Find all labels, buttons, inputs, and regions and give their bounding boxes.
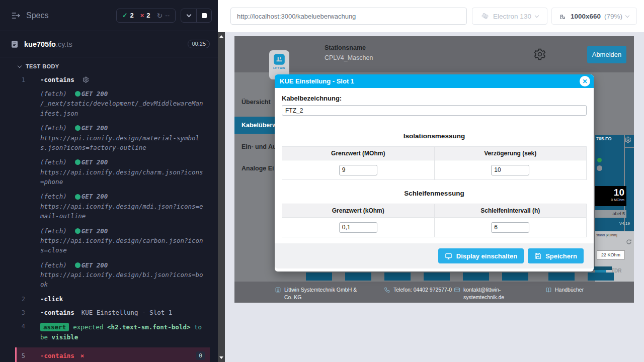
stat-passed: ✓2	[122, 12, 134, 19]
command-contains-3[interactable]: 3 -containsKUE Einstellung - Slot 1	[0, 306, 218, 319]
fetch-label: (fetch)	[40, 89, 67, 99]
card-stub	[424, 273, 450, 281]
test-body-toggle[interactable]: TEST BODY	[0, 57, 218, 73]
manuals-link: Handbücher	[555, 286, 584, 294]
fetch-label: (fetch)	[40, 260, 67, 270]
device-gear-icon[interactable]	[624, 136, 631, 143]
viewport-size: 1000x660	[571, 13, 601, 20]
settings-gear-icon[interactable]	[533, 48, 546, 61]
schleifenmessung-table: Grenzwert (kOhm) Schleifenintervall (h)	[282, 204, 587, 237]
fetch-url: /_next/static/development/_devMiddleware…	[40, 99, 206, 118]
fetch-method: GET 200	[82, 192, 108, 201]
url-input[interactable]	[230, 8, 467, 25]
fetch-url: https://api.iconify.design/carbon.json?i…	[40, 236, 206, 255]
assert-text: visible	[52, 333, 78, 341]
fetch-log-row[interactable]: (fetch)GET 200 https://api.iconify.desig…	[0, 155, 218, 189]
chevron-down-icon	[625, 13, 629, 17]
browser-select[interactable]: Electron 130	[472, 8, 547, 25]
resistance-value: 22 KOhm	[597, 250, 625, 259]
command-number: 1	[0, 76, 25, 83]
app-header	[234, 36, 634, 72]
refresh-icon: ↻	[157, 12, 163, 20]
logout-button[interactable]: Abmelden	[587, 46, 626, 63]
stat-failed: ×2	[140, 12, 150, 19]
station-value: CPLV4_Maschen	[325, 54, 373, 61]
command-value: KUE Einstellung - Slot 1	[82, 309, 173, 316]
fetch-log-row[interactable]: (fetch)GET 200 /_next/static/development…	[0, 86, 218, 121]
footer-manuals[interactable]: Handbücher	[545, 286, 584, 294]
email-icon	[454, 287, 460, 301]
scroll-down-icon[interactable]	[219, 356, 223, 359]
command-contains-failed[interactable]: 5 -contains× 0	[15, 347, 210, 362]
column-header: Grenzwert (kOhm)	[282, 204, 434, 217]
grenzwert-kohm-input[interactable]	[339, 222, 377, 233]
card-stub	[384, 273, 411, 281]
footer-company: Littwin Systemtechnik GmbH & Co. KG	[275, 286, 359, 301]
command-name: -contains	[40, 352, 74, 359]
divider	[625, 147, 634, 148]
fetch-log-row[interactable]: (fetch)GET 200 https://api.iconify.desig…	[0, 258, 218, 292]
command-assert[interactable]: 4 assertexpected <h2.text-sm.font-bold> …	[0, 319, 218, 345]
isolationsmessung-table: Grenzwert (MOhm) Verzögerung (sek)	[282, 146, 587, 180]
stop-button[interactable]	[196, 9, 211, 22]
fetch-log-row[interactable]: (fetch)GET 200 https://api.iconify.desig…	[0, 224, 218, 258]
nav-item-kabelueberwachung[interactable]: Kabelüberw	[234, 117, 276, 134]
verzoegerung-sek-input[interactable]	[491, 165, 529, 175]
scroll-up-icon[interactable]	[219, 35, 223, 38]
fetch-log-row[interactable]: (fetch)GET 200 https://api.iconify.desig…	[0, 121, 218, 155]
card-stub	[588, 273, 614, 281]
specs-menu-icon[interactable]	[11, 11, 21, 21]
command-number: 4	[0, 322, 25, 330]
chevron-down-icon	[186, 12, 191, 17]
column-header: Verzögerung (sek)	[434, 147, 587, 160]
test-stats: ✓2 ×2 ↻--	[116, 9, 176, 23]
spec-duration-badge: 00:25	[188, 40, 210, 48]
command-contains-1[interactable]: 1 -contains	[0, 73, 218, 86]
electron-icon	[481, 12, 489, 20]
modal-footer: Display einschalten Speichern	[275, 243, 594, 268]
chevron-down-icon	[535, 13, 539, 17]
footer-email: kontakt@littwin-systemtechnik.de	[454, 286, 519, 301]
display-einschalten-button[interactable]: Display einschalten	[438, 248, 524, 263]
resistance-label: stand [kOhm]	[596, 233, 617, 237]
spec-row[interactable]: kue705fo.cy.ts 00:25	[0, 31, 218, 57]
reporter-scrollbar[interactable]	[218, 32, 225, 362]
modal-body: Kabelbezeichnung: Isolationsmessung Gren…	[275, 88, 594, 268]
email-address: kontakt@littwin-systemtechnik.de	[463, 286, 519, 301]
kabel-label: abel 5	[595, 210, 626, 218]
app-footer: Littwin Systemtechnik GmbH & Co. KG Tele…	[234, 282, 634, 303]
command-click[interactable]: 2 -click	[0, 292, 218, 306]
status-dot-icon	[75, 262, 80, 268]
firmware-version: V4.19	[619, 221, 630, 226]
measurement-display: 10 0 MOhm	[595, 186, 626, 206]
browser-label: Electron 130	[493, 13, 531, 20]
command-number: 3	[0, 309, 25, 316]
close-icon[interactable]: ✕	[580, 76, 590, 86]
specs-label[interactable]: Specs	[26, 11, 48, 20]
viewport-scale: (79%)	[604, 13, 622, 20]
fetch-log-row[interactable]: (fetch)GET 200 https://api.iconify.desig…	[0, 189, 218, 223]
kabelbezeichnung-input[interactable]	[282, 105, 587, 116]
grenzwert-mohm-input[interactable]	[339, 165, 377, 175]
status-dot-icon	[75, 125, 80, 131]
kue-settings-modal: KUE Einstellung - Slot 1 ✕ Kabelbezeichn…	[275, 74, 594, 272]
speichern-button[interactable]: Speichern	[528, 248, 584, 263]
phone-number: Telefon: 04402 972577-0	[393, 286, 452, 294]
fetch-url: https://api.iconify.design/mdi.json?icon…	[40, 202, 206, 221]
card-stub	[548, 273, 575, 281]
footer-phone: Telefon: 04402 972577-0	[384, 286, 454, 294]
monitor-icon	[445, 252, 452, 260]
gear-icon	[83, 76, 89, 83]
chevron-down-icon	[18, 63, 22, 67]
refresh-icon[interactable]	[626, 239, 632, 245]
viewport-select[interactable]: 1000x660 (79%)	[551, 8, 637, 25]
status-dot-icon	[75, 91, 80, 97]
collapse-button[interactable]	[181, 9, 196, 22]
command-name: -contains	[40, 76, 74, 83]
kabel-label: Kabelbezeichnung:	[282, 95, 587, 102]
assert-text: expected	[73, 323, 103, 331]
schleifenintervall-input[interactable]	[491, 222, 529, 233]
command-number: 5	[17, 352, 25, 359]
fetch-method: GET 200	[82, 123, 108, 133]
isolationsmessung-title: Isolationsmessung	[282, 132, 587, 140]
